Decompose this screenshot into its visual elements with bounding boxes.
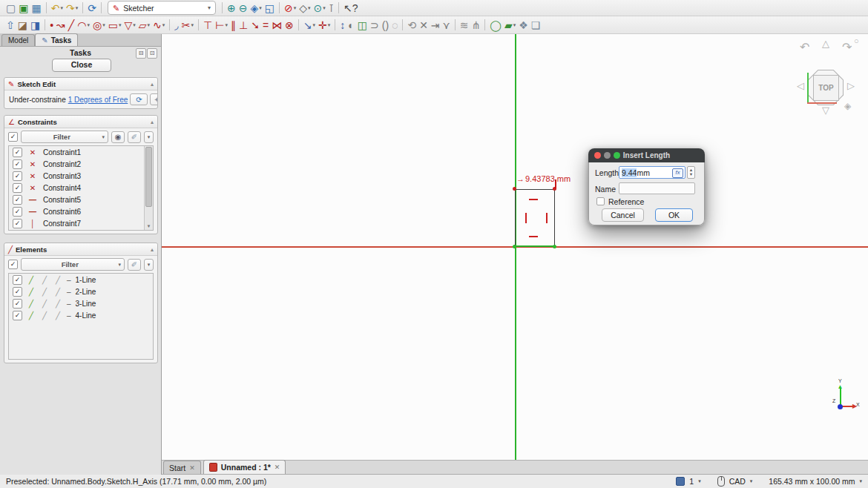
join-curves-button[interactable]: ⋎ [441,18,452,33]
zoom-window-icon[interactable] [614,152,620,159]
length-stepper[interactable]: ▲ ▼ [687,166,695,179]
constrain-symmetric-button[interactable]: ⋈ [270,18,283,33]
trim-edge-button[interactable]: ✂▾ [180,18,195,33]
constraint-row[interactable]: ✓—Constraint5 [9,194,153,205]
constraints-filter-checkbox[interactable]: ✓ [8,132,18,142]
symmetry-button[interactable]: () [381,18,390,33]
dimension-annotation[interactable]: → 9.43783 mm [516,174,571,183]
sketch-rectangle[interactable] [515,189,555,247]
convert-geometry-button[interactable]: ◐ [346,18,355,33]
external-geometry-button[interactable]: ◫ [356,18,369,33]
measure-button[interactable]: ⊺ [327,1,335,16]
constraints-filter-dropdown[interactable]: Filter ▾ [21,131,108,143]
save-button[interactable]: ▦ [30,1,42,16]
new-file-button[interactable]: ▢ [4,1,17,16]
fit-all-button[interactable]: ◈▾ [249,1,263,16]
nav-style-value[interactable]: CAD [729,477,746,486]
select-elements-button[interactable]: ◌ [390,18,399,33]
element-row[interactable]: ✓╱╱╱–3-Line [9,297,153,309]
constrain-perpendicular-button[interactable]: ⊥ [237,18,249,33]
chevron-down-icon[interactable]: ▾ [750,478,753,484]
constraint-checkbox[interactable]: ✓ [13,219,22,228]
mini-cube-icon[interactable]: ◈ [844,101,851,111]
constrain-block-button[interactable]: ⊗ [283,18,295,33]
element-checkbox[interactable]: ✓ [13,299,22,309]
dialog-title-bar[interactable]: Insert Length [588,148,705,162]
chevron-down-icon[interactable]: ▾ [698,478,701,484]
zoom-tools-button[interactable]: ⊙▾ [312,1,326,16]
close-button[interactable]: Close [52,59,111,72]
constraint-checkbox[interactable]: ✓ [13,148,22,157]
create-polyline-button[interactable]: ↝ [55,18,67,33]
vertex-top-left[interactable] [513,187,516,191]
chevron-down-icon[interactable]: ▾ [144,259,154,271]
view-sketch-button[interactable]: ◪ [16,18,29,33]
element-row[interactable]: ✓╱╱╱–1-Line [9,274,153,286]
float-panel-icon[interactable]: ⊟ [136,48,146,59]
undo-button[interactable]: ↶▾ [50,1,65,16]
reference-checkbox[interactable] [596,197,605,205]
scroll-down-icon[interactable]: ▼ [145,222,153,230]
constraint-row[interactable]: ✓✕Constraint4 [9,182,153,194]
tab-model[interactable]: Model [1,34,35,46]
visual-layers-button[interactable]: ❏ [530,18,542,33]
internal-geometry-button[interactable]: ❖ [517,18,530,33]
constraint-row[interactable]: ✓✕Constraint1 [9,146,153,158]
horizontal-constraint-mark[interactable] [529,236,538,237]
vertex-bottom-right[interactable] [553,245,556,248]
constraint-row[interactable]: ✓│Constraint7 [9,217,153,229]
show-hide-button[interactable]: ◉ [111,131,125,143]
collapse-arrow-icon[interactable]: ▴ [151,119,154,125]
constraint-checkbox[interactable]: ✓ [13,231,22,231]
rotate-right-icon[interactable]: ↷ [842,40,852,54]
ok-button[interactable]: OK [655,208,693,222]
refresh-button[interactable]: ⟳ [86,1,98,16]
vertical-constraint-mark[interactable] [546,213,548,223]
navcube-top-face[interactable]: TOP [813,75,839,101]
constraint-checkbox[interactable]: ✓ [13,195,22,205]
rotate-left-icon[interactable]: ↶ [800,40,809,54]
view-cube-button[interactable]: ◇▾ [297,1,312,16]
elements-filter-dropdown[interactable]: Filter ▾ [21,258,125,271]
ordinate-dimension-button[interactable]: ↕ [338,18,346,33]
create-bspline-button[interactable]: ∿▾ [151,18,166,33]
constraints-header[interactable]: ∠ Constraints ▴ [4,116,157,128]
elements-header[interactable]: ╱ Elements ▴ [4,243,157,256]
constrain-tangent-button[interactable]: ➘ [249,18,261,33]
carbon-copy-button[interactable]: ⊃ [369,18,381,33]
bspline-degree-button[interactable]: ≋ [458,18,470,33]
element-checkbox[interactable]: ✓ [13,287,22,297]
view-circle-icon[interactable]: ○ [854,36,859,45]
length-input[interactable]: 9.44 mm fx [619,166,685,179]
elements-settings-button[interactable]: ✐ [128,259,141,271]
rectangle-bottom-edge[interactable] [516,245,554,247]
constraint-checkbox[interactable]: ✓ [13,207,22,217]
close-tab-icon[interactable]: ✕ [189,464,195,472]
periodic-bspline-button[interactable]: ◯ [488,18,503,33]
zoom-in-button[interactable]: ⊕ [226,1,237,16]
conic-button[interactable]: ▰▾ [503,18,517,33]
scrollbar[interactable]: ▼ [144,146,153,230]
layer-swatch-icon[interactable] [676,477,685,486]
detach-panel-icon[interactable]: ⊡ [147,48,157,59]
clipping-plane-button[interactable]: ⊘▾ [283,1,297,16]
bspline-comb-button[interactable]: ⋔ [470,18,482,33]
element-checkbox[interactable]: ✓ [13,275,22,285]
tab-tasks[interactable]: ✎ Tasks [35,33,78,46]
constrain-lock-button[interactable]: ✛▾ [317,18,332,33]
collapse-arrow-icon[interactable]: ▴ [151,246,154,253]
dimension-button[interactable]: ↘▾ [302,18,317,33]
constraint-row[interactable]: ✓—Constraint6 [9,205,153,217]
close-window-icon[interactable] [594,152,601,159]
formula-editor-button[interactable]: fx [672,168,683,178]
minimize-window-icon[interactable] [604,152,611,159]
create-line-button[interactable]: ╱ [67,18,76,33]
arrow-up-icon[interactable]: △ [822,38,829,49]
spin-down-icon[interactable]: ▼ [688,172,694,177]
split-edge-button[interactable]: ✕ [418,18,430,33]
collapse-arrow-icon[interactable]: ▴ [151,81,154,88]
scrollbar-thumb[interactable] [145,147,152,207]
document-tab-start[interactable]: Start✕ [163,461,201,474]
create-rectangle-button[interactable]: ▭▾ [107,18,123,33]
create-fillet-button[interactable]: ◞ [173,18,180,33]
